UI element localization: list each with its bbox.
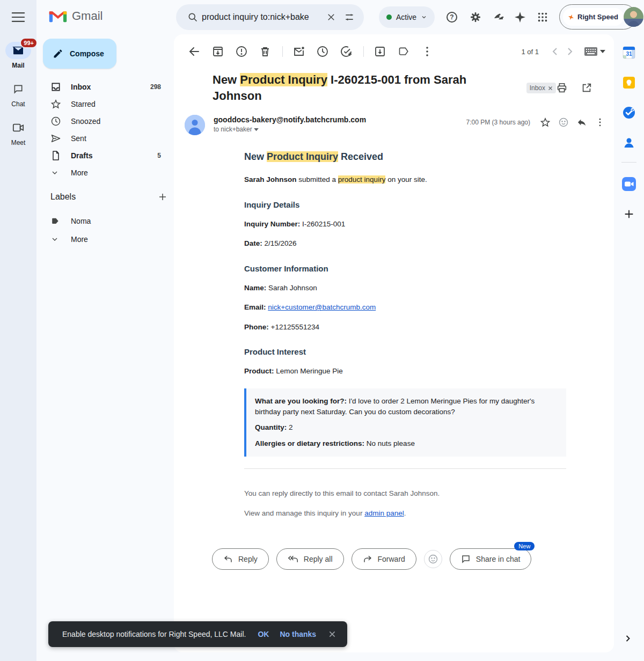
sidebar-item-starred[interactable]: Starred bbox=[43, 96, 167, 113]
gmail-wordmark: Gmail bbox=[72, 9, 103, 23]
body-divider bbox=[244, 468, 566, 469]
gemini-sparkle-icon[interactable] bbox=[513, 10, 528, 25]
sender-avatar[interactable] bbox=[185, 115, 205, 135]
account-switcher[interactable]: Right Speed bbox=[559, 4, 636, 30]
delete-icon[interactable] bbox=[259, 45, 272, 58]
add-to-tasks-icon[interactable] bbox=[340, 45, 353, 58]
pagination-controls: 1 of 1 bbox=[521, 45, 605, 58]
message-more-icon[interactable] bbox=[595, 117, 605, 128]
customer-email-line: Email: nick+customer@batchcrumb.com bbox=[244, 302, 566, 313]
toast-no-thanks-button[interactable]: No thanks bbox=[274, 627, 321, 642]
google-apps-grid-icon[interactable] bbox=[535, 10, 550, 25]
sidebar-item-sent[interactable]: Sent bbox=[43, 130, 167, 147]
search-icon[interactable] bbox=[184, 8, 202, 26]
snooze-icon[interactable] bbox=[316, 45, 329, 58]
report-spam-icon[interactable] bbox=[235, 45, 248, 58]
sidebar-item-inbox[interactable]: Inbox 298 bbox=[43, 78, 167, 96]
chat-status-selector[interactable]: Active bbox=[379, 6, 435, 28]
forward-button[interactable]: Forward bbox=[352, 548, 416, 570]
rail-item-meet[interactable]: Meet bbox=[0, 119, 36, 146]
toast-close-icon[interactable] bbox=[326, 628, 339, 641]
subject-row: New Product Inquiry I-260215-001 from Sa… bbox=[213, 72, 592, 104]
settings-gear-icon[interactable] bbox=[468, 10, 483, 25]
compose-button[interactable]: Compose bbox=[43, 39, 116, 69]
meet-pill[interactable] bbox=[5, 119, 31, 136]
labels-section-header: Labels bbox=[50, 192, 167, 202]
star-message-icon[interactable] bbox=[540, 117, 551, 128]
newer-chevron-icon[interactable] bbox=[548, 45, 561, 58]
active-status-dot bbox=[386, 14, 392, 20]
hide-side-panel-icon[interactable] bbox=[623, 633, 633, 644]
mail-pill[interactable]: 99+ bbox=[5, 42, 31, 59]
rail-divider bbox=[621, 162, 636, 163]
gmail-logo[interactable]: Gmail bbox=[48, 9, 103, 23]
calendar-icon[interactable]: 31 bbox=[618, 42, 640, 63]
chevron-down-icon bbox=[50, 235, 61, 244]
clear-search-icon[interactable] bbox=[322, 8, 340, 26]
rail-mail-label: Mail bbox=[0, 62, 36, 69]
mark-unread-icon[interactable] bbox=[292, 45, 305, 58]
open-in-new-icon[interactable] bbox=[581, 82, 592, 94]
rail-item-chat[interactable]: Chat bbox=[0, 80, 36, 108]
reply-icon[interactable] bbox=[576, 117, 587, 128]
toast-ok-button[interactable]: OK bbox=[252, 627, 274, 642]
search-highlight: Product Inquiry bbox=[267, 151, 338, 162]
toolbar-divider bbox=[282, 46, 283, 57]
input-tools-selector[interactable] bbox=[584, 47, 605, 56]
footer-reply-note: You can reply directly to this email to … bbox=[244, 488, 566, 499]
keep-icon[interactable] bbox=[618, 72, 640, 93]
workspace-brand-chip: Right Speed bbox=[563, 8, 624, 26]
reply-button[interactable]: Reply bbox=[212, 548, 269, 570]
body-heading: New Product Inquiry Received bbox=[244, 151, 566, 163]
get-addons-icon[interactable] bbox=[618, 203, 640, 225]
inquiry-number-line: Inquiry Number: I-260215-001 bbox=[244, 219, 566, 230]
star-icon bbox=[50, 99, 61, 109]
user-avatar[interactable] bbox=[624, 7, 643, 27]
add-reaction-button[interactable] bbox=[424, 550, 442, 568]
chat-bubble-icon bbox=[461, 554, 471, 564]
share-in-chat-button[interactable]: Share in chat bbox=[450, 548, 532, 570]
admin-panel-link[interactable]: admin panel bbox=[364, 509, 404, 517]
product-line: Product: Lemon Meringue Pie bbox=[244, 366, 566, 377]
older-chevron-icon[interactable] bbox=[564, 45, 576, 58]
more-options-icon[interactable] bbox=[421, 45, 434, 58]
extension-icon[interactable] bbox=[491, 10, 506, 25]
print-icon[interactable] bbox=[556, 82, 568, 94]
sender-address: gooddocs-bakery@notify.batchcrumb.com bbox=[214, 115, 366, 124]
search-input[interactable] bbox=[202, 12, 322, 22]
chat-pill[interactable] bbox=[5, 80, 31, 98]
sidebar-item-drafts[interactable]: Drafts 5 bbox=[43, 147, 167, 164]
inbox-label-chip[interactable]: Inbox bbox=[526, 83, 556, 93]
chevron-down-icon bbox=[600, 49, 605, 54]
rail-item-mail[interactable]: 99+ Mail bbox=[0, 42, 36, 69]
sidebar-item-more[interactable]: More bbox=[43, 164, 167, 181]
keyboard-icon bbox=[584, 47, 598, 56]
customer-email-link[interactable]: nick+customer@batchcrumb.com bbox=[268, 303, 376, 311]
recipient-toggle[interactable]: to nick+baker bbox=[214, 126, 366, 133]
search-options-icon[interactable] bbox=[340, 8, 358, 26]
main-menu-icon[interactable] bbox=[11, 12, 26, 23]
create-label-icon[interactable] bbox=[158, 192, 167, 202]
sidebar-item-snoozed[interactable]: Snoozed bbox=[43, 113, 167, 130]
help-icon[interactable]: ? bbox=[444, 10, 459, 25]
zoom-addon-icon[interactable] bbox=[618, 173, 640, 195]
sender-row: gooddocs-bakery@notify.batchcrumb.com to… bbox=[185, 115, 605, 135]
emoji-reaction-icon[interactable] bbox=[558, 117, 569, 128]
labels-icon[interactable] bbox=[397, 45, 410, 58]
search-bar[interactable] bbox=[176, 4, 364, 30]
compose-pencil-icon bbox=[53, 48, 63, 59]
toolbar-divider bbox=[363, 46, 364, 57]
sidebar-labels-more[interactable]: More bbox=[43, 231, 167, 248]
looking-for-line: What are you looking for?: I'd love to o… bbox=[255, 396, 558, 418]
move-to-icon[interactable] bbox=[374, 45, 386, 58]
chevron-down-icon bbox=[421, 14, 427, 20]
reply-all-button[interactable]: Reply all bbox=[276, 548, 344, 570]
intro-line: Sarah Johnson submitted a product inquir… bbox=[244, 174, 566, 185]
tasks-icon[interactable] bbox=[618, 102, 640, 123]
toast-message: Enable desktop notifications for Right S… bbox=[62, 630, 246, 638]
archive-icon[interactable] bbox=[211, 45, 224, 58]
sidebar-label-noma[interactable]: Noma bbox=[43, 212, 167, 230]
back-to-inbox-icon[interactable] bbox=[188, 45, 201, 58]
contacts-icon[interactable] bbox=[618, 132, 640, 153]
mail-unread-badge: 99+ bbox=[20, 38, 38, 48]
